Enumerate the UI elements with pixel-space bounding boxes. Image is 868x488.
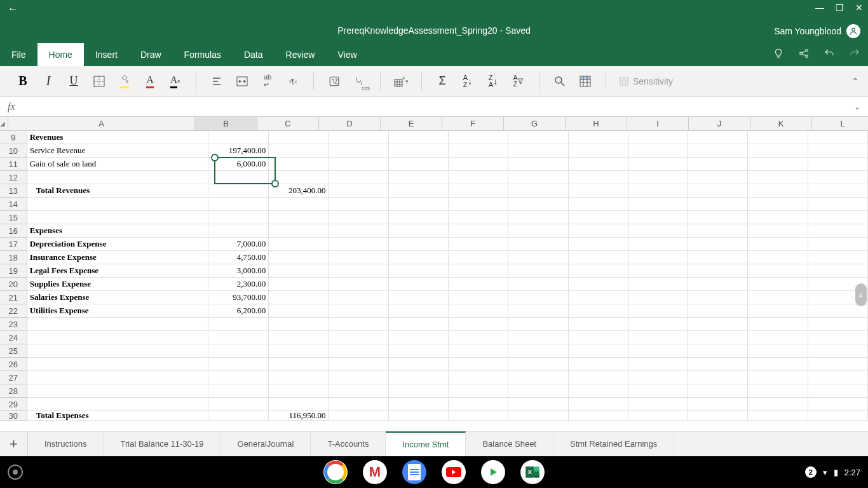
cell-I17[interactable] <box>628 238 688 251</box>
cell-I12[interactable] <box>628 171 688 184</box>
cell-A12[interactable] <box>27 171 208 184</box>
cell-J11[interactable] <box>688 158 748 171</box>
cell-J22[interactable] <box>688 304 748 318</box>
cell-C11[interactable] <box>269 158 329 171</box>
cell-J26[interactable] <box>688 358 748 371</box>
cell-D17[interactable] <box>329 238 388 251</box>
sort-asc-button[interactable]: AZ↓ <box>459 72 477 90</box>
cell-B30[interactable] <box>208 411 269 421</box>
scroll-thumb[interactable]: ≡ <box>855 283 867 306</box>
cell-F19[interactable] <box>449 264 508 278</box>
cell-L30[interactable] <box>808 411 868 421</box>
cell-A20[interactable]: Supplies Expense <box>27 278 208 291</box>
table-format-button[interactable] <box>576 72 594 90</box>
cell-H17[interactable] <box>569 238 628 251</box>
sheet-tab-balance-sheet[interactable]: Balance Sheet <box>466 431 553 456</box>
docs-icon[interactable] <box>402 460 426 484</box>
cell-K11[interactable] <box>748 158 808 171</box>
cell-F20[interactable] <box>449 278 508 291</box>
cell-J20[interactable] <box>688 278 748 291</box>
cell-I27[interactable] <box>628 371 688 384</box>
cell-L18[interactable] <box>808 251 868 264</box>
cell-I13[interactable] <box>628 184 688 198</box>
cell-G24[interactable] <box>508 331 568 344</box>
cell-D26[interactable] <box>329 358 388 371</box>
column-header-L[interactable]: L <box>812 117 868 130</box>
cell-K23[interactable] <box>748 318 808 331</box>
cell-L28[interactable] <box>808 384 868 398</box>
add-sheet-button[interactable]: + <box>0 431 28 456</box>
cell-B10[interactable]: 197,400.00 <box>208 144 269 158</box>
cell-A11[interactable]: Gain of sale on land <box>27 158 208 171</box>
cell-A28[interactable] <box>27 384 208 398</box>
cell-E24[interactable] <box>389 331 449 344</box>
tab-view[interactable]: View <box>326 43 368 66</box>
cell-C25[interactable] <box>269 344 329 358</box>
cell-C22[interactable] <box>269 304 329 318</box>
cell-J23[interactable] <box>688 318 748 331</box>
cell-A16[interactable]: Expenses <box>27 224 208 238</box>
row-header-19[interactable]: 19 <box>0 264 27 278</box>
cell-G18[interactable] <box>508 251 568 264</box>
column-header-J[interactable]: J <box>689 117 750 130</box>
cell-L13[interactable] <box>808 184 868 198</box>
tab-draw[interactable]: Draw <box>129 43 173 66</box>
tab-home[interactable]: Home <box>37 43 84 66</box>
cell-F23[interactable] <box>449 318 508 331</box>
cell-K26[interactable] <box>748 358 808 371</box>
cell-A15[interactable] <box>27 211 208 224</box>
sheet-tab-t-accounts[interactable]: T-Accounts <box>311 431 386 456</box>
row-header-15[interactable]: 15 <box>0 211 27 224</box>
collapse-ribbon-icon[interactable]: ⌃ <box>851 76 859 86</box>
cell-G28[interactable] <box>508 384 568 398</box>
cell-A18[interactable]: Insurance Expense <box>27 251 208 264</box>
cell-F18[interactable] <box>449 251 508 264</box>
cell-C29[interactable] <box>269 398 329 411</box>
notification-badge[interactable]: 2 <box>805 466 817 478</box>
cell-J13[interactable] <box>688 184 748 198</box>
cell-C28[interactable] <box>269 384 329 398</box>
cell-D20[interactable] <box>329 278 388 291</box>
cell-D18[interactable] <box>329 251 388 264</box>
gmail-icon[interactable]: M <box>363 460 387 484</box>
cell-D12[interactable] <box>329 171 388 184</box>
cell-F11[interactable] <box>449 158 508 171</box>
cell-D27[interactable] <box>329 371 388 384</box>
cell-D15[interactable] <box>329 211 388 224</box>
cell-C24[interactable] <box>269 331 329 344</box>
cell-E27[interactable] <box>389 371 449 384</box>
cell-H12[interactable] <box>569 171 628 184</box>
row-header-14[interactable]: 14 <box>0 198 27 211</box>
cell-L23[interactable] <box>808 318 868 331</box>
cell-J21[interactable] <box>688 291 748 304</box>
cell-D30[interactable] <box>329 411 389 421</box>
column-header-K[interactable]: K <box>750 117 812 130</box>
cell-L14[interactable] <box>808 198 868 211</box>
cell-G20[interactable] <box>508 278 568 291</box>
sort-desc-button[interactable]: ZA↓ <box>484 72 502 90</box>
cell-F25[interactable] <box>449 344 508 358</box>
cell-K10[interactable] <box>748 144 808 158</box>
cell-H18[interactable] <box>569 251 628 264</box>
user-info[interactable]: Sam Youngblood <box>774 24 860 38</box>
cell-J17[interactable] <box>688 238 748 251</box>
sensitivity-button[interactable]: Sensitivity <box>613 76 679 86</box>
row-header-26[interactable]: 26 <box>0 358 27 371</box>
cell-F10[interactable] <box>449 144 508 158</box>
user-avatar-icon[interactable] <box>846 24 860 38</box>
cell-B11[interactable]: 6,000.00 <box>208 158 269 171</box>
cell-A23[interactable] <box>27 318 208 331</box>
cell-K13[interactable] <box>748 184 808 198</box>
cell-E19[interactable] <box>389 264 449 278</box>
cell-G26[interactable] <box>508 358 568 371</box>
cell-C10[interactable] <box>269 144 329 158</box>
cell-I21[interactable] <box>628 291 688 304</box>
number-format-button[interactable] <box>325 72 343 90</box>
cell-D24[interactable] <box>329 331 388 344</box>
more-font-button[interactable]: A ▾ <box>166 72 184 90</box>
cell-H21[interactable] <box>569 291 628 304</box>
cell-C16[interactable] <box>269 224 329 238</box>
cell-A30[interactable]: Total Expenses <box>27 411 208 421</box>
excel-icon[interactable]: X <box>520 460 545 484</box>
cell-C14[interactable] <box>269 198 329 211</box>
